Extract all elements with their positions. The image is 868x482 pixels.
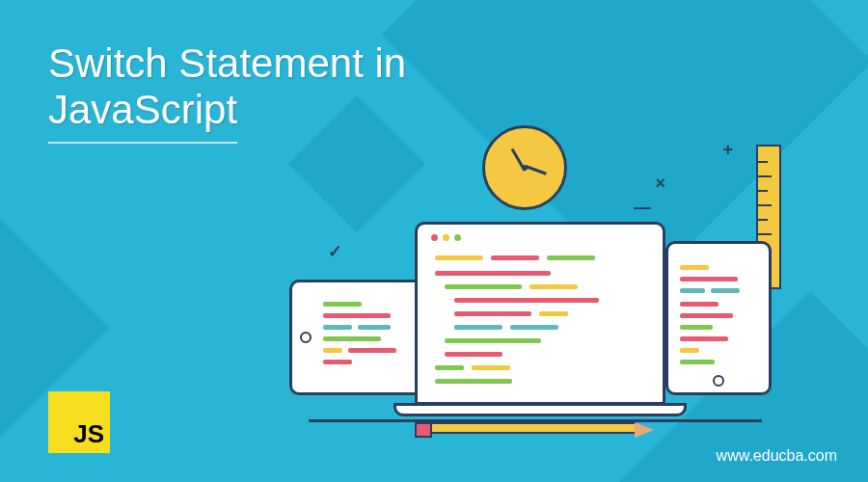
title-line-1: Switch Statement in [48,40,406,86]
x-icon: × [655,174,665,194]
title-line-2: JavaScript [48,87,237,143]
clock-icon [482,125,567,210]
window-traffic-lights-icon [431,234,461,241]
website-url: www.educba.com [717,447,837,465]
plus-icon: + [722,140,733,160]
devices-illustration: ✓ + × — [289,116,791,424]
javascript-logo-icon: JS [48,391,110,453]
pencil-icon [415,422,637,434]
dash-icon: — [634,198,651,218]
phone-device-icon [665,241,772,395]
js-logo-text: JS [73,419,104,449]
checkmark-icon: ✓ [328,241,342,262]
laptop-device-icon [415,222,665,405]
laptop-base [393,403,687,416]
